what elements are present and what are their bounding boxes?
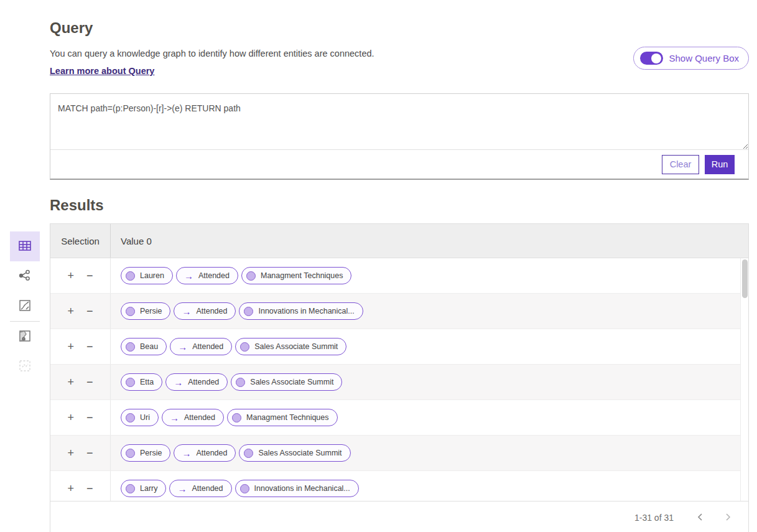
node-icon: [126, 449, 135, 458]
add-to-selection-button[interactable]: +: [66, 482, 75, 495]
selection-cell: + −: [50, 365, 111, 399]
remove-from-selection-button[interactable]: −: [85, 446, 95, 460]
run-button[interactable]: Run: [705, 155, 735, 174]
selection-cell: + −: [50, 329, 111, 364]
results-table-header: Selection Value 0: [50, 224, 748, 258]
arrow-right-icon: →: [174, 378, 183, 387]
chevron-left-icon[interactable]: [691, 510, 710, 526]
sidebar-item-chart-view[interactable]: [10, 291, 40, 321]
table-row: + − Persie → Attended Sales Associate Su…: [50, 436, 748, 471]
remove-from-selection-button[interactable]: −: [85, 304, 95, 318]
edge-pill[interactable]: → Attended: [165, 373, 228, 391]
arrow-right-icon: →: [177, 484, 187, 493]
source-node-pill[interactable]: Uri: [121, 409, 159, 426]
node-icon: [126, 378, 135, 387]
table-row: + − Uri → Attended Managment Techniques: [50, 400, 748, 436]
add-to-selection-button[interactable]: +: [66, 446, 75, 460]
node-icon: [244, 449, 253, 458]
selection-cell: + −: [50, 400, 111, 435]
add-to-selection-button[interactable]: +: [66, 411, 75, 424]
source-node-pill[interactable]: Beau: [121, 338, 167, 355]
remove-from-selection-button[interactable]: −: [85, 411, 95, 424]
sidebar-item-table-view[interactable]: [10, 231, 40, 261]
source-node-pill[interactable]: Persie: [121, 302, 170, 320]
link-chart-icon: [18, 269, 32, 284]
node-icon: [246, 271, 256, 281]
node-icon: [240, 342, 249, 352]
add-to-selection-button[interactable]: +: [66, 375, 75, 389]
results-title: Results: [50, 197, 749, 214]
intro-text-block: You can query a knowledge graph to ident…: [50, 47, 374, 77]
edge-pill[interactable]: → Attended: [176, 267, 238, 284]
path-cell: Persie → Attended Innovations in Mechani…: [111, 294, 748, 329]
sidebar-item-link-chart-view[interactable]: [10, 261, 40, 291]
vertical-scrollbar[interactable]: [740, 258, 748, 501]
path-cell: Etta → Attended Sales Associate Summit: [111, 365, 748, 399]
main-content: Query You can query a knowledge graph to…: [50, 0, 749, 532]
results-pagination: 1-31 of 31: [50, 501, 748, 532]
results-rows-viewport: + − Lauren → Attended Managment Techniqu…: [50, 258, 748, 501]
learn-more-link[interactable]: Learn more about Query: [50, 66, 154, 76]
scrollbar-thumb[interactable]: [742, 259, 748, 298]
arrow-right-icon: →: [182, 307, 191, 316]
toggle-switch-icon[interactable]: [640, 52, 663, 65]
source-node-pill[interactable]: Persie: [121, 444, 170, 462]
show-query-box-toggle[interactable]: Show Query Box: [633, 47, 749, 70]
target-node-pill[interactable]: Managment Techniques: [227, 409, 338, 426]
clear-button[interactable]: Clear: [662, 155, 699, 174]
target-node-pill[interactable]: Innovations in Mechanical...: [239, 302, 363, 320]
arrow-right-icon: →: [170, 413, 179, 422]
remove-from-selection-button[interactable]: −: [85, 482, 95, 495]
add-to-selection-button[interactable]: +: [66, 269, 75, 282]
table-row: + − Etta → Attended Sales Associate Summ…: [50, 365, 748, 400]
toggle-knob: [651, 54, 661, 63]
edge-pill[interactable]: → Attended: [174, 302, 236, 320]
target-node-pill[interactable]: Sales Associate Summit: [235, 338, 346, 355]
table-row: + − Larry → Attended Innovations in Mech…: [50, 471, 748, 501]
sidebar-item-layout-view-disabled: [10, 352, 40, 381]
table-row: + − Persie → Attended Innovations in Mec…: [50, 294, 748, 329]
edge-pill[interactable]: → Attended: [169, 480, 231, 497]
edge-pill[interactable]: → Attended: [174, 444, 236, 462]
source-node-pill[interactable]: Lauren: [121, 267, 173, 284]
target-node-pill[interactable]: Sales Associate Summit: [239, 444, 350, 462]
add-to-selection-button[interactable]: +: [66, 340, 75, 353]
source-node-pill[interactable]: Larry: [121, 480, 166, 497]
query-input[interactable]: MATCH path=(p:Person)-[r]->(e) RETURN pa…: [50, 94, 748, 150]
target-node-pill[interactable]: Innovations in Mechanical...: [235, 480, 359, 497]
arrow-right-icon: →: [182, 449, 191, 458]
query-actions: Clear Run: [50, 150, 748, 179]
node-icon: [126, 271, 135, 281]
view-switcher-sidebar: [10, 231, 40, 381]
target-node-pill[interactable]: Managment Techniques: [241, 267, 352, 284]
chart-icon: [18, 299, 32, 314]
remove-from-selection-button[interactable]: −: [85, 375, 95, 389]
arrow-right-icon: →: [178, 342, 187, 352]
path-cell: Uri → Attended Managment Techniques: [111, 400, 748, 435]
chevron-right-icon[interactable]: [718, 510, 737, 526]
column-header-selection: Selection: [50, 224, 111, 258]
remove-from-selection-button[interactable]: −: [85, 340, 95, 353]
edge-pill[interactable]: → Attended: [170, 338, 232, 355]
query-box-card: MATCH path=(p:Person)-[r]->(e) RETURN pa…: [50, 93, 749, 180]
selection-cell: + −: [50, 471, 111, 501]
path-cell: Lauren → Attended Managment Techniques: [111, 258, 748, 293]
source-node-pill[interactable]: Etta: [121, 373, 162, 391]
path-cell: Persie → Attended Sales Associate Summit: [111, 436, 748, 470]
layout-icon-disabled: [18, 359, 32, 375]
pagination-range-label: 1-31 of 31: [634, 513, 674, 523]
edge-pill[interactable]: → Attended: [162, 409, 224, 426]
remove-from-selection-button[interactable]: −: [85, 269, 95, 282]
node-icon: [126, 307, 135, 316]
map-icon: [18, 329, 32, 345]
path-cell: Beau → Attended Sales Associate Summit: [111, 329, 748, 364]
intro-row: You can query a knowledge graph to ident…: [50, 47, 749, 77]
node-icon: [232, 413, 241, 422]
selection-cell: + −: [50, 436, 111, 470]
selection-cell: + −: [50, 294, 111, 329]
node-icon: [126, 342, 135, 352]
add-to-selection-button[interactable]: +: [66, 304, 75, 318]
target-node-pill[interactable]: Sales Associate Summit: [231, 373, 342, 391]
sidebar-item-map-view[interactable]: [10, 322, 40, 352]
node-icon: [126, 484, 135, 493]
